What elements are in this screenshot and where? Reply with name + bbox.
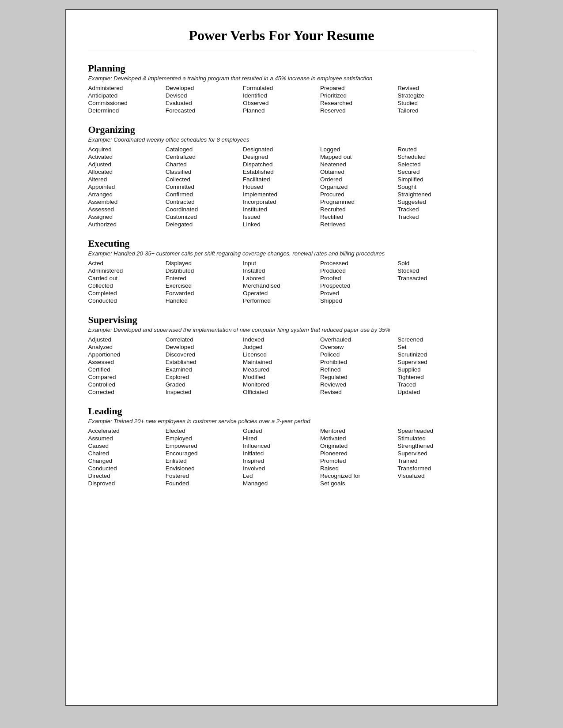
word-item bbox=[397, 297, 475, 304]
word-item: Examined bbox=[166, 366, 243, 373]
word-item: Transformed bbox=[397, 465, 475, 472]
word-item: Monitored bbox=[243, 381, 320, 388]
word-item: Set goals bbox=[320, 480, 397, 487]
word-item: Linked bbox=[243, 221, 320, 228]
section-supervising: SupervisingExample: Developed and superv… bbox=[88, 314, 475, 396]
word-item: Designated bbox=[243, 146, 320, 153]
word-item: Screened bbox=[397, 336, 475, 343]
word-item: Initiated bbox=[243, 450, 320, 457]
word-item: Dispatched bbox=[243, 161, 320, 168]
word-item: Researched bbox=[320, 99, 397, 107]
word-item: Transacted bbox=[397, 274, 475, 282]
section-example-organizing: Example: Coordinated weekly office sched… bbox=[88, 136, 475, 143]
word-item: Altered bbox=[88, 176, 166, 183]
word-item: Obtained bbox=[320, 168, 397, 176]
word-item: Caused bbox=[88, 442, 166, 450]
word-item: Installed bbox=[243, 267, 320, 274]
word-item: Completed bbox=[88, 289, 166, 297]
word-item: Certified bbox=[88, 366, 166, 373]
word-item: Carried out bbox=[88, 274, 166, 282]
word-item: Involved bbox=[243, 465, 320, 472]
word-item: Observed bbox=[243, 99, 320, 107]
word-item: Licensed bbox=[243, 351, 320, 358]
word-item bbox=[397, 289, 475, 297]
word-item: Oversaw bbox=[320, 343, 397, 351]
word-item: Neatened bbox=[320, 161, 397, 168]
word-item: Confirmed bbox=[166, 191, 243, 198]
word-item: Labored bbox=[243, 274, 320, 282]
word-item: Rectified bbox=[320, 213, 397, 221]
word-item: Forwarded bbox=[166, 289, 243, 297]
section-planning: PlanningExample: Developed & implemented… bbox=[88, 63, 475, 114]
word-item: Reviewed bbox=[320, 381, 397, 388]
section-executing: ExecutingExample: Handled 20-35+ custome… bbox=[88, 238, 475, 304]
word-item: Planned bbox=[243, 107, 320, 114]
word-item: Hired bbox=[243, 435, 320, 442]
word-item: Developed bbox=[166, 343, 243, 351]
section-leading: LeadingExample: Trained 20+ new employee… bbox=[88, 405, 475, 487]
word-grid-leading: AcceleratedElectedGuidedMentoredSpearhea… bbox=[88, 427, 475, 487]
section-title-planning: Planning bbox=[88, 63, 475, 74]
word-item: Developed bbox=[166, 84, 243, 92]
word-item: Established bbox=[166, 358, 243, 366]
word-item: Commissioned bbox=[88, 99, 166, 107]
word-item: Organized bbox=[320, 183, 397, 191]
word-item: Handled bbox=[166, 297, 243, 304]
word-item: Established bbox=[243, 168, 320, 176]
word-item: Delegated bbox=[166, 221, 243, 228]
word-item: Spearheaded bbox=[397, 427, 475, 435]
word-item: Conducted bbox=[88, 465, 166, 472]
word-item bbox=[397, 221, 475, 228]
word-item: Updated bbox=[397, 388, 475, 396]
word-item: Produced bbox=[320, 267, 397, 274]
word-item: Allocated bbox=[88, 168, 166, 176]
word-item: Originated bbox=[320, 442, 397, 450]
word-item: Studied bbox=[397, 99, 475, 107]
word-item: Straightened bbox=[397, 191, 475, 198]
word-item: Sold bbox=[397, 259, 475, 267]
word-item: Maintained bbox=[243, 358, 320, 366]
word-item: Pioneered bbox=[320, 450, 397, 457]
word-item: Assessed bbox=[88, 358, 166, 366]
word-item: Reserved bbox=[320, 107, 397, 114]
word-item: Incorporated bbox=[243, 198, 320, 206]
word-item: Inspected bbox=[166, 388, 243, 396]
word-item: Administered bbox=[88, 84, 166, 92]
word-item: Processed bbox=[320, 259, 397, 267]
section-example-planning: Example: Developed & implemented a train… bbox=[88, 75, 475, 82]
word-item: Founded bbox=[166, 480, 243, 487]
word-item: Merchandised bbox=[243, 282, 320, 289]
word-item: Regulated bbox=[320, 373, 397, 381]
word-item: Facilitated bbox=[243, 176, 320, 183]
word-item: Prioritized bbox=[320, 92, 397, 99]
word-item: Scrutinized bbox=[397, 351, 475, 358]
word-item: Tailored bbox=[397, 107, 475, 114]
word-item: Acquired bbox=[88, 146, 166, 153]
word-item: Suggested bbox=[397, 198, 475, 206]
word-item: Shipped bbox=[320, 297, 397, 304]
word-item: Prohibited bbox=[320, 358, 397, 366]
word-item: Judged bbox=[243, 343, 320, 351]
word-item: Evaluated bbox=[166, 99, 243, 107]
word-item: Stocked bbox=[397, 267, 475, 274]
word-item: Set bbox=[397, 343, 475, 351]
word-item: Secured bbox=[397, 168, 475, 176]
word-item: Managed bbox=[243, 480, 320, 487]
word-item: Authorized bbox=[88, 221, 166, 228]
section-title-leading: Leading bbox=[88, 405, 475, 417]
word-item: Enlisted bbox=[166, 457, 243, 465]
word-item: Recognized for bbox=[320, 472, 397, 480]
word-item: Housed bbox=[243, 183, 320, 191]
word-grid-planning: AdministeredDevelopedFormulatedPreparedR… bbox=[88, 84, 475, 114]
word-item: Arranged bbox=[88, 191, 166, 198]
word-item: Implemented bbox=[243, 191, 320, 198]
word-item: Assembled bbox=[88, 198, 166, 206]
word-item: Supervised bbox=[397, 358, 475, 366]
word-item: Elected bbox=[166, 427, 243, 435]
word-item: Directed bbox=[88, 472, 166, 480]
word-item: Activated bbox=[88, 153, 166, 161]
word-item: Tightened bbox=[397, 373, 475, 381]
word-item: Appointed bbox=[88, 183, 166, 191]
word-item: Sought bbox=[397, 183, 475, 191]
word-item: Trained bbox=[397, 457, 475, 465]
